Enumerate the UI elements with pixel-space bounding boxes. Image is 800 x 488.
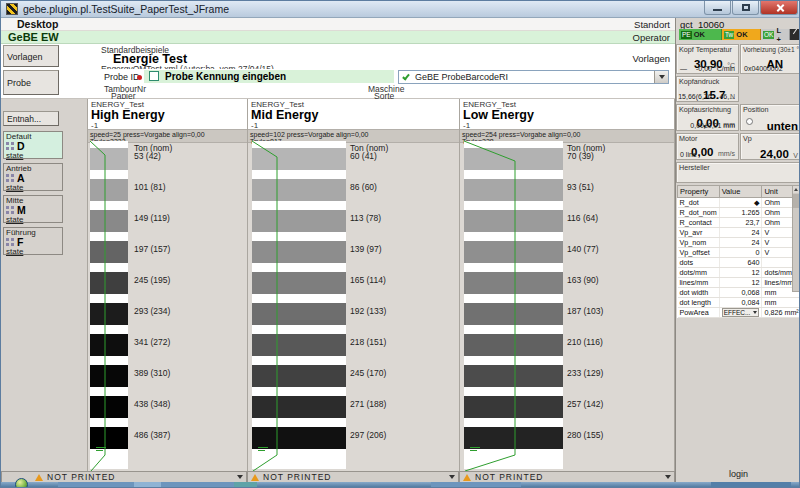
tile-unit: V (793, 152, 798, 159)
start-orb-icon[interactable] (15, 478, 28, 488)
property-unit: 0,826 mm² (762, 308, 800, 318)
tile-unit: mm/s (718, 150, 735, 157)
print-status-mid[interactable]: NOT PRINTED (247, 471, 459, 482)
os-taskbar[interactable] (1, 482, 800, 488)
col-value[interactable]: Value (719, 186, 762, 198)
sidebar-group-antrieb[interactable]: Antrieb A state (3, 163, 63, 191)
warning-icon (35, 474, 43, 481)
tile-value: 24,00 (760, 148, 789, 160)
sidebar-group-default[interactable]: Default D state (3, 131, 63, 159)
sidebar-group-mitte[interactable]: Mitte M state (3, 195, 63, 223)
property-row[interactable]: dot length0,084mm (678, 298, 800, 308)
state-link[interactable]: state (6, 215, 62, 224)
bar-value-label: 116 (64) (567, 213, 598, 223)
bar-value-label: 389 (310) (134, 368, 170, 378)
taskbar-item[interactable] (234, 482, 257, 488)
taskbar-item[interactable] (134, 482, 161, 488)
state-link[interactable]: state (6, 151, 62, 160)
bar-labels: 53 (42)101 (81)149 (119)197 (157)245 (19… (134, 141, 194, 469)
property-name: R_dot (678, 198, 720, 208)
chevron-down-icon[interactable] (449, 475, 455, 479)
property-row[interactable]: PowAreaEFFEC...0,826 mm² (678, 308, 800, 318)
property-row[interactable]: dots640 (678, 258, 800, 268)
operator-label: Operator (633, 31, 671, 44)
gradient-bar (464, 396, 563, 418)
gradient-bar (464, 241, 563, 263)
taskbar-item[interactable] (58, 482, 134, 488)
gradient-bar (252, 179, 346, 201)
scroll-up-icon[interactable] (793, 186, 799, 193)
property-row[interactable]: Vp_avr24V (678, 228, 800, 238)
entnahme-button[interactable]: Entnah... (3, 111, 59, 126)
property-row[interactable]: Vp_offset0V (678, 248, 800, 258)
login-link[interactable]: login (676, 469, 800, 479)
close-button[interactable] (760, 1, 798, 15)
bar-value-label: 163 (90) (567, 275, 599, 285)
state-link[interactable]: state (6, 183, 62, 192)
params-line: speed=102 press=Vorgabe align=0,00 (250, 131, 459, 138)
taskbar-item[interactable] (711, 482, 791, 488)
dropdown-button[interactable] (654, 71, 668, 83)
table-scrollbar[interactable] (792, 185, 800, 292)
property-value: 640 (719, 258, 762, 268)
gradient-bar (464, 334, 563, 356)
bar-value-label: 293 (234) (134, 306, 170, 316)
menu-desktop[interactable]: Desktop (17, 18, 58, 31)
tile-vorheizung: Vorheizung (30±1 °C) AN 0x04000002 (740, 44, 800, 74)
property-row[interactable]: R_dot_nom1.265Ohm (678, 208, 800, 218)
print-status-low[interactable]: NOT PRINTED (459, 471, 675, 482)
gradient-bar (90, 334, 128, 356)
minimize-icon (713, 9, 722, 11)
bar-value-label: 53 (42) (134, 151, 161, 161)
barcode-reader-dropdown[interactable]: GeBE ProbeBarcodeRI (398, 70, 669, 84)
probe-button[interactable]: Probe (3, 70, 59, 95)
property-name: R_dot_nom (678, 208, 720, 218)
status-segment: TwOK (722, 29, 761, 40)
probe-kennung-checkbox[interactable] (149, 71, 159, 81)
radio-icon[interactable] (746, 118, 753, 125)
tile-sub: 0,00±0,01 mm (690, 122, 735, 129)
gradient-bar (90, 241, 128, 263)
property-value[interactable]: EFFEC... (719, 308, 762, 318)
bar-value-label: 165 (114) (350, 275, 386, 285)
print-status-high[interactable]: NOT PRINTED (1, 471, 247, 482)
property-row[interactable]: dot width0,068mm (678, 288, 800, 298)
taskbar-item[interactable] (431, 482, 521, 488)
col-property[interactable]: Property (678, 186, 720, 198)
property-row[interactable]: R_contact23,7Ohm (678, 218, 800, 228)
status-segment: OKL + (761, 29, 790, 40)
grid-icon (6, 238, 14, 246)
device-sidebar: gct_10060 PEOKTwOKOKL + open Kopf Temper… (675, 18, 800, 482)
vorlagen-button[interactable]: Vorlagen (3, 45, 59, 67)
property-row[interactable]: Vp_nom24V (678, 238, 800, 248)
chevron-down-icon[interactable] (237, 475, 243, 479)
panel-title: High Energy (91, 108, 165, 122)
maximize-button[interactable] (732, 1, 759, 15)
state-link[interactable]: state (6, 247, 62, 256)
status-chip: PE (681, 31, 692, 39)
title-bar[interactable]: gebe.plugin.pl.TestSuite_PaperTest_JFram… (1, 1, 800, 18)
property-name: PowArea (678, 308, 720, 318)
bar-value-label: 139 (97) (350, 244, 382, 254)
taskbar-item[interactable] (161, 482, 234, 488)
energy-panel-high: ENERGY_Test High Energy -1 speed=25 pres… (87, 99, 247, 471)
sidebar-group-fuehrung[interactable]: Führung F state (3, 227, 63, 255)
property-row[interactable]: R_dot◆Ohm (678, 198, 800, 208)
value-dropdown[interactable]: EFFEC... (722, 308, 760, 317)
chevron-down-icon[interactable] (665, 475, 671, 479)
property-name: dot length (678, 298, 720, 308)
gradient-bar (252, 396, 346, 418)
chevron-down-icon (753, 311, 757, 314)
gradient-bar (252, 272, 346, 294)
property-row[interactable]: dots/mm12dots/mm (678, 268, 800, 278)
property-value: 12 (719, 278, 762, 288)
minimize-button[interactable] (704, 1, 731, 15)
bar-value-label: 93 (51) (567, 182, 594, 192)
property-row[interactable]: lines/mm12lines/mm (678, 278, 800, 288)
gradient-bar (90, 303, 128, 325)
status-segment-text: OK (736, 30, 747, 39)
tile-label: Position (743, 106, 799, 114)
energy-panel-low: ENERGY_Test Low Energy -1 speed=254 pres… (459, 99, 675, 471)
scroll-thumb[interactable] (793, 194, 799, 208)
gradient-bar (252, 241, 346, 263)
